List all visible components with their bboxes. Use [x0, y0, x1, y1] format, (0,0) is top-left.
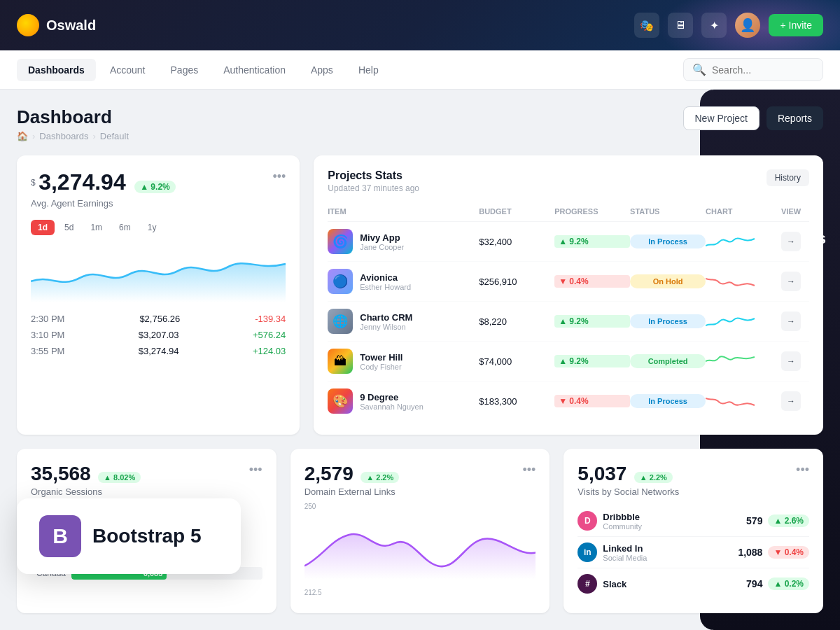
new-project-button[interactable]: New Project [683, 106, 760, 130]
nav-item-help[interactable]: Help [347, 59, 390, 81]
nav-item-pages[interactable]: Pages [160, 59, 210, 81]
earnings-rows: 2:30 PM $2,756.26 -139.34 3:10 PM $3,207… [31, 314, 286, 356]
organic-badge: ▲ 8.02% [98, 472, 141, 483]
bootstrap-text: Bootstrap 5 [92, 525, 202, 547]
domain-chart: 250 212.5 [304, 503, 536, 573]
domain-label: Domain External Links [304, 486, 400, 497]
social-amount: 5,037 [578, 463, 626, 484]
earnings-row-1: 2:30 PM $2,756.26 -139.34 [31, 314, 286, 324]
social-badge: ▲ 2.2% [634, 472, 673, 483]
bootstrap-icon: B [39, 515, 81, 557]
table-header: ITEM BUDGET PROGRESS STATUS CHART VIEW [328, 202, 809, 222]
earnings-badge: ▲ 9.2% [134, 181, 176, 193]
organic-menu-icon[interactable]: ••• [249, 463, 262, 497]
domain-badge: ▲ 2.2% [360, 472, 399, 483]
nav-icon-mask[interactable]: 🎭 [634, 13, 659, 38]
item-info-tower: 🏔 Tower HillCody Fisher [328, 349, 479, 374]
nav-item-apps[interactable]: Apps [300, 59, 344, 81]
table-row: 🔵 AvionicaEsther Howard $256,910 ▼ 0.4% … [328, 262, 809, 302]
time-btn-1m[interactable]: 1m [83, 220, 109, 235]
projects-title: Projects Stats [328, 169, 419, 182]
col-progress: PROGRESS [554, 207, 630, 216]
earnings-label: Avg. Agent Earnings [31, 198, 176, 209]
domain-links-card: 2,579 ▲ 2.2% Domain External Links ••• 2… [290, 449, 550, 613]
nav-item-account[interactable]: Account [99, 59, 157, 81]
item-name-mivy: Mivy App [360, 232, 404, 243]
social-label: Visits by Social Networks [578, 486, 679, 497]
dribbble-icon: D [578, 511, 597, 531]
projects-subtitle: Updated 37 minutes ago [328, 183, 419, 193]
nav-icon-share[interactable]: ✦ [701, 13, 727, 38]
status-badge-inprocess-3: In Process [630, 394, 706, 408]
breadcrumb-default: Default [100, 131, 129, 141]
projects-stats-card: Projects Stats Updated 37 minutes ago Hi… [314, 155, 823, 435]
col-chart: CHART [706, 207, 781, 216]
social-menu-icon[interactable]: ••• [796, 463, 809, 497]
mini-chart-4 [706, 353, 781, 370]
logo-text: Oswald [46, 18, 96, 34]
col-view: VIEW [781, 207, 809, 216]
breadcrumb-dashboards[interactable]: Dashboards [39, 131, 88, 141]
secondary-nav: Dashboards Account Pages Authentication … [0, 50, 840, 90]
mini-chart-5 [706, 393, 781, 410]
history-button[interactable]: History [766, 169, 809, 186]
reports-button[interactable]: Reports [766, 106, 823, 130]
linkedin-icon: in [578, 542, 597, 562]
item-info-avionica: 🔵 AvionicaEsther Howard [328, 269, 479, 294]
col-budget: BUDGET [479, 207, 554, 216]
invite-button[interactable]: + Invite [769, 14, 823, 36]
nav-item-authentication[interactable]: Authentication [212, 59, 297, 81]
breadcrumb-sep-2: › [92, 131, 95, 141]
col-item: ITEM [328, 207, 479, 216]
earnings-chart [31, 246, 286, 302]
row-arrow-3[interactable]: → [781, 312, 801, 331]
nav-right: 🎭 🖥 ✦ 👤 + Invite [634, 13, 823, 38]
time-btn-1d[interactable]: 1d [31, 220, 55, 235]
search-box: 🔍 [683, 58, 823, 81]
time-btn-1y[interactable]: 1y [141, 220, 164, 235]
card-menu-icon[interactable]: ••• [272, 169, 286, 184]
page-header: Dashboard 🏠 › Dashboards › Default New P… [17, 106, 823, 141]
mini-chart-1 [706, 233, 781, 250]
nav-item-dashboards[interactable]: Dashboards [17, 59, 96, 81]
search-input[interactable] [712, 64, 814, 76]
organic-label: Organic Sessions [31, 486, 141, 497]
domain-menu-icon[interactable]: ••• [522, 463, 536, 497]
col-status: STATUS [630, 207, 706, 216]
avatar[interactable]: 👤 [735, 13, 760, 38]
earnings-currency: $ [31, 178, 36, 188]
row-arrow-1[interactable]: → [781, 232, 801, 251]
nav-icon-monitor[interactable]: 🖥 [668, 13, 693, 38]
row-arrow-4[interactable]: → [781, 351, 801, 371]
earnings-card: $ 3,274.94 ▲ 9.2% Avg. Agent Earnings ••… [17, 155, 300, 435]
status-badge-onhold: On Hold [630, 274, 706, 288]
bootstrap-card: B Bootstrap 5 [17, 498, 241, 574]
earnings-amount: 3,274.94 [38, 169, 126, 195]
social-networks-card: 5,037 ▲ 2.2% Visits by Social Networks •… [564, 449, 823, 613]
slack-icon: # [578, 574, 597, 594]
breadcrumb-sep-1: › [32, 131, 35, 141]
top-row: $ 3,274.94 ▲ 9.2% Avg. Agent Earnings ••… [17, 155, 823, 435]
social-row-dribbble: D Dribbble Community 579 ▲ 2.6% [578, 505, 809, 537]
row-arrow-5[interactable]: → [781, 391, 801, 411]
status-badge-inprocess-2: In Process [630, 314, 706, 328]
social-row-linkedin: in Linked In Social Media 1,088 ▼ 0.4% [578, 537, 809, 568]
logo-area: Oswald [17, 14, 96, 36]
item-thumb-mivy: 🌀 [328, 229, 353, 254]
row-arrow-2[interactable]: → [781, 272, 801, 291]
logo-icon [17, 14, 39, 36]
projects-header: Projects Stats Updated 37 minutes ago Hi… [328, 169, 809, 193]
search-icon: 🔍 [692, 63, 706, 76]
status-badge-inprocess-1: In Process [630, 234, 706, 248]
breadcrumb-home-icon: 🏠 [17, 131, 28, 141]
breadcrumb: 🏠 › Dashboards › Default [17, 131, 129, 141]
table-row: 🌐 Charto CRMJenny Wilson $8,220 ▲ 9.2% I… [328, 302, 809, 342]
item-info-9degree: 🎨 9 DegreeSavannah Nguyen [328, 388, 479, 414]
page-title: Dashboard [17, 106, 129, 128]
mini-chart-3 [706, 313, 781, 330]
page-actions: New Project Reports [683, 106, 824, 130]
top-nav: Oswald 🎭 🖥 ✦ 👤 + Invite [0, 0, 840, 50]
time-btn-6m[interactable]: 6m [112, 220, 138, 235]
table-row: 🏔 Tower HillCody Fisher $74,000 ▲ 9.2% C… [328, 342, 809, 382]
time-btn-5d[interactable]: 5d [57, 220, 80, 235]
